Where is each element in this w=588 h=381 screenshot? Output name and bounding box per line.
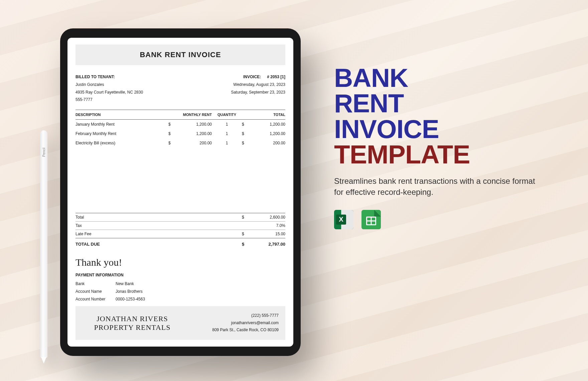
currency-symbol: $ (242, 122, 249, 127)
col-description: DESCRIPTION (76, 113, 168, 117)
total-due-value: 2,797.00 (249, 242, 285, 247)
currency-symbol: $ (242, 131, 249, 136)
item-total: 1,200.00 (249, 131, 285, 136)
latefee-label: Late Fee (76, 232, 242, 236)
tenant-name: Justin Gonzales (76, 81, 143, 89)
currency-symbol: $ (242, 232, 249, 236)
thank-you-text: Thank you! (76, 257, 285, 268)
currency-symbol: $ (168, 141, 175, 145)
title-line-1: BANK (334, 65, 548, 91)
billed-to-label: BILLED TO TENANT: (76, 73, 143, 81)
item-desc: February Monthly Rent (76, 131, 168, 136)
invoice-document: BANK RENT INVOICE BILLED TO TENANT: Just… (67, 38, 293, 347)
currency-symbol: $ (168, 131, 175, 136)
company-phone: (222) 555-7777 (212, 312, 279, 320)
latefee-row: Late Fee $ 15.00 (76, 230, 285, 238)
total-due-label: TOTAL DUE (76, 242, 242, 247)
payment-key: Account Number (76, 295, 116, 303)
tax-value: 7.0% (249, 223, 285, 228)
table-row: January Monthly Rent $ 1,200.00 1 $ 1,20… (76, 120, 285, 129)
payment-row: Account Number 0000-1253-4563 (76, 295, 285, 303)
total-due-row: TOTAL DUE $ 2,797.00 (76, 238, 285, 250)
invoice-info-block: INVOICE: # 2053 [1] Wednesday, August 23… (231, 73, 285, 104)
col-total: TOTAL (242, 113, 285, 117)
payment-info-header: PAYMENT INFORMATION (76, 273, 285, 277)
item-qty: 1 (212, 122, 242, 127)
subtotal-value: 2,600.00 (249, 215, 285, 220)
currency-symbol: $ (242, 242, 249, 247)
totals-block: Total $ 2,600.00 Tax 7.0% Late Fee $ 15.… (76, 213, 285, 250)
tax-row: Tax 7.0% (76, 222, 285, 230)
table-row: Electricity Bill (excess) $ 200.00 1 $ 2… (76, 138, 285, 148)
currency-symbol: $ (168, 122, 175, 127)
item-desc: Electricity Bill (excess) (76, 141, 168, 145)
marketing-subtitle: Streamlines bank rent transactions with … (334, 175, 541, 198)
payment-value: 0000-1253-4563 (116, 295, 145, 303)
invoice-date-1: Wednesday, August 23, 2023 (231, 81, 285, 89)
tax-label: Tax (76, 223, 242, 228)
col-monthly-rent: MONTHLY RENT (168, 113, 212, 117)
format-icons: X (334, 210, 548, 229)
invoice-meta: BILLED TO TENANT: Justin Gonzales 4935 R… (76, 73, 285, 104)
item-rent: 1,200.00 (175, 122, 212, 127)
item-qty: 1 (212, 141, 242, 145)
currency-symbol: $ (242, 141, 249, 145)
invoice-number: # 2053 [1] (267, 73, 285, 81)
tablet-frame: BANK RENT INVOICE BILLED TO TENANT: Just… (60, 28, 301, 356)
excel-icon: X (334, 210, 353, 229)
google-sheets-icon (361, 210, 381, 229)
subtotal-label: Total (76, 215, 242, 220)
col-quantity: QUANTITY (212, 113, 242, 117)
item-rent: 200.00 (175, 141, 212, 145)
billed-to-block: BILLED TO TENANT: Justin Gonzales 4935 R… (76, 73, 143, 104)
item-total: 1,200.00 (249, 122, 285, 127)
item-desc: January Monthly Rent (76, 122, 168, 127)
company-name: JONATHAN RIVERS PROPERTY RENTALS (82, 314, 182, 332)
item-rent: 1,200.00 (175, 131, 212, 136)
pencil-label: Pencil (42, 148, 46, 157)
sheets-grid-icon (366, 217, 376, 225)
latefee-value: 15.00 (249, 232, 285, 236)
excel-glyph: X (336, 215, 346, 225)
invoice-date-2: Saturday, September 23, 2023 (231, 89, 285, 96)
stylus-pencil: Pencil (40, 130, 47, 358)
payment-value: New Bank (116, 280, 134, 288)
item-total: 200.00 (249, 141, 285, 145)
marketing-title: BANK RENT INVOICE TEMPLATE (334, 65, 548, 167)
item-qty: 1 (212, 131, 242, 136)
currency-symbol: $ (242, 215, 249, 220)
marketing-block: BANK RENT INVOICE TEMPLATE Streamlines b… (334, 65, 548, 229)
payment-info-block: PAYMENT INFORMATION Bank New Bank Accoun… (76, 273, 285, 303)
payment-key: Bank (76, 280, 116, 288)
table-row: February Monthly Rent $ 1,200.00 1 $ 1,2… (76, 129, 285, 138)
table-body: January Monthly Rent $ 1,200.00 1 $ 1,20… (76, 120, 285, 213)
subtotal-row: Total $ 2,600.00 (76, 213, 285, 222)
invoice-title: BANK RENT INVOICE (76, 44, 285, 65)
payment-row: Bank New Bank (76, 280, 285, 288)
payment-row: Account Name Jonas Brothers (76, 288, 285, 295)
invoice-footer: JONATHAN RIVERS PROPERTY RENTALS (222) 5… (76, 306, 285, 340)
table-header: DESCRIPTION MONTHLY RENT QUANTITY TOTAL (76, 110, 285, 120)
company-address: 809 Park St., Castle Rock, CO 80109 (212, 327, 279, 334)
tenant-phone: 555-7777 (76, 96, 143, 104)
company-email: jonathanrivers@email.com (212, 320, 279, 327)
title-line-2: RENT (334, 91, 548, 116)
company-contact: (222) 555-7777 jonathanrivers@email.com … (212, 312, 279, 334)
tenant-address: 4935 Ray Court Fayetteville, NC 2830 (76, 89, 143, 96)
payment-key: Account Name (76, 288, 116, 295)
title-line-3: INVOICE (334, 116, 548, 142)
title-line-4: TEMPLATE (334, 142, 548, 167)
payment-value: Jonas Brothers (116, 288, 143, 295)
invoice-label: INVOICE: (243, 73, 261, 81)
